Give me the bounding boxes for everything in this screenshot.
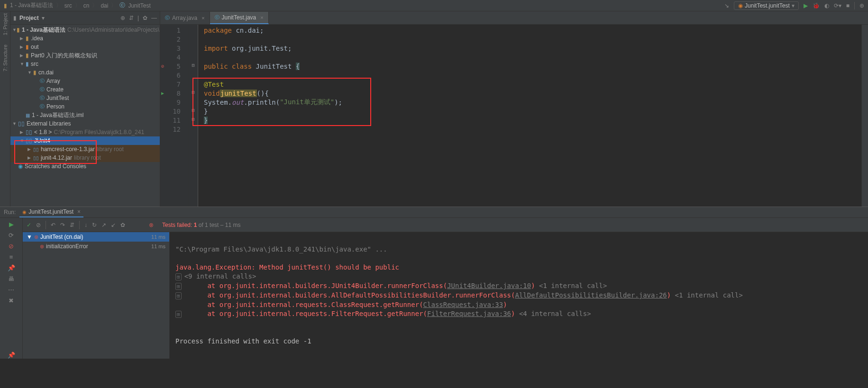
breadcrumb: ▮ 1 - Java基础语法 〉 src 〉 cn 〉 dai 〉 ⓒ Juni…: [4, 1, 151, 9]
settings-icon[interactable]: ✿: [143, 15, 147, 21]
run-button[interactable]: ▶: [804, 2, 808, 9]
tree-create[interactable]: ⓒCreate: [10, 85, 160, 94]
tree-extlib[interactable]: ▼▯▯External Libraries: [10, 119, 160, 128]
fold-icon[interactable]: ⊞: [175, 311, 182, 318]
console-output[interactable]: "C:\Program Files\Java\jdk1.8.0_241\bin\…: [170, 232, 868, 359]
test-tree-child[interactable]: ⊗initializationError 11 ms: [23, 242, 169, 251]
show-ignored-icon[interactable]: ⊘: [36, 222, 41, 228]
tree-part0[interactable]: ▶▮Part0 入门的先前概念知识: [10, 51, 160, 60]
line-gutter: 1 2 3 4 ⊘5 6 7 ▶8 9 10 11 12: [160, 25, 189, 207]
next-fail-icon[interactable]: ↷: [60, 222, 65, 228]
tree-iml[interactable]: ▦1 - Java基础语法.iml: [10, 111, 160, 119]
layout-button[interactable]: ≡: [9, 253, 13, 261]
collapse-all-icon[interactable]: ↙: [111, 222, 116, 228]
fold-gutter: ⊟ ⊟ ⊟ ⊟: [189, 25, 198, 207]
breadcrumb-class[interactable]: JunitTest: [128, 2, 150, 9]
dump-button[interactable]: 🖶: [8, 275, 14, 282]
tree-cndai[interactable]: ▼▮cn.dai: [10, 68, 160, 77]
tree-scratch[interactable]: ◉Scratches and Consoles: [10, 162, 160, 171]
stop-button[interactable]: ■: [846, 2, 850, 9]
run-left-toolbar: ▶ ⟳ ⊘ ≡ 📌 🖶 ⋯ ✖ 📌: [0, 218, 23, 359]
test-tree-root[interactable]: ▼⊗JunitTest (cn.dai) 11 ms: [23, 232, 169, 242]
settings-run-icon[interactable]: ✿: [120, 222, 125, 228]
run-label: Run:: [4, 209, 16, 216]
run-config-selector[interactable]: ◉ JunitTest.junitTest ▾: [734, 1, 799, 10]
test-result-tree[interactable]: ▼⊗JunitTest (cn.dai) 11 ms ⊗initializati…: [23, 232, 170, 359]
breadcrumb-project[interactable]: 1 - Java基础语法: [10, 1, 53, 9]
stop-run-button[interactable]: ⊘: [9, 243, 14, 250]
tab-array[interactable]: ⓒArray.java×: [160, 12, 210, 24]
debug-button[interactable]: 🐞: [813, 2, 820, 9]
fold-icon[interactable]: ⊞: [175, 292, 182, 299]
hide-icon[interactable]: —: [151, 15, 157, 21]
tree-root[interactable]: ▼▮ 1 - Java基础语法 C:\Users\Administrator\I…: [10, 26, 160, 34]
prev-fail-icon[interactable]: ↶: [51, 222, 55, 228]
tree-jdk[interactable]: ▶▯▯ < 1.8 > C:\Program Files\Java\jdk1.8…: [10, 128, 160, 136]
profile-button[interactable]: ⟳▾: [834, 2, 841, 9]
tree-junit[interactable]: ⓒJunitTest: [10, 94, 160, 102]
close-icon[interactable]: ×: [201, 15, 204, 21]
top-bar: ▮ 1 - Java基础语法 〉 src 〉 cn 〉 dai 〉 ⓒ Juni…: [0, 0, 868, 11]
run-tab[interactable]: ◉ JunitTest.junitTest ×: [19, 207, 83, 217]
structure-tool-tab[interactable]: 7: Structure: [2, 45, 8, 72]
sort-icon[interactable]: ⇵: [70, 222, 74, 228]
left-tool-strip: 1: Project 7: Structure: [0, 11, 10, 207]
tree-array[interactable]: ⓒArray: [10, 77, 160, 85]
tree-person[interactable]: ⓒPerson: [10, 102, 160, 111]
fold-icon[interactable]: ⊞: [175, 273, 182, 280]
stack-link[interactable]: FilterRequest.java:36: [427, 310, 511, 317]
toggle-auto-button[interactable]: ⟳: [9, 232, 14, 239]
run-tool-window: Run: ◉ JunitTest.junitTest × ▶ ⟳ ⊘ ≡ 📌 🖶…: [0, 207, 868, 349]
tree-hamcrest[interactable]: ▶▯▯ hamcrest-core-1.3.jar library root: [10, 145, 160, 153]
editor-scrollbar[interactable]: [861, 25, 868, 207]
editor-tabs: ⓒArray.java× ⓒJunitTest.java×: [160, 11, 868, 25]
fail-badge-icon: ⊗: [149, 222, 154, 228]
test-status: Tests failed: 1 of 1 test – 11 ms: [162, 222, 240, 228]
close-run-button[interactable]: ✖: [9, 297, 14, 304]
search-icon[interactable]: ⊕: [859, 2, 864, 9]
stack-link[interactable]: ClassRequest.java:33: [423, 301, 503, 308]
project-panel-title: Project: [19, 15, 39, 21]
editor-area: ⓒArray.java× ⓒJunitTest.java× 1 2 3 4 ⊘5…: [160, 11, 868, 207]
locate-icon[interactable]: ⊕: [120, 15, 125, 21]
tree-src[interactable]: ▼▮src: [10, 60, 160, 68]
close-icon[interactable]: ×: [260, 15, 263, 20]
error-gutter-icon[interactable]: ⊘: [161, 63, 164, 69]
project-tool-tab[interactable]: 1: Project: [2, 13, 8, 35]
breadcrumb-src[interactable]: src: [64, 2, 72, 9]
code-editor[interactable]: 1 2 3 4 ⊘5 6 7 ▶8 9 10 11 12 ⊟ ⊟ ⊟ ⊟: [160, 25, 868, 207]
tree-junitjar[interactable]: ▶▯▯ junit-4.12.jar library root: [10, 153, 160, 162]
build-icon[interactable]: ↘: [724, 2, 729, 9]
coverage-button[interactable]: ◐: [824, 2, 829, 9]
rerun-button[interactable]: ▶: [9, 221, 14, 228]
tree-idea[interactable]: ▶▮.idea: [10, 34, 160, 43]
project-tool-window: ▮ Project ▾ ⊕ ⇵ | ✿ — ▼▮ 1 - Java基础语法 C:…: [10, 11, 160, 207]
pin-button[interactable]: 📌: [8, 264, 15, 271]
pin2-button[interactable]: 📌: [8, 352, 15, 359]
fold-icon[interactable]: ⊞: [175, 283, 182, 290]
export-icon[interactable]: ↓: [84, 222, 87, 228]
more-button[interactable]: ⋯: [8, 286, 14, 293]
expand-all-icon[interactable]: ↗: [101, 222, 106, 228]
import-icon[interactable]: ↻: [92, 222, 97, 228]
stack-link[interactable]: JUnit4Builder.java:10: [447, 282, 531, 289]
breadcrumb-dai[interactable]: dai: [101, 2, 108, 9]
tree-junit4[interactable]: ▼▯▯JUnit4: [10, 136, 160, 145]
project-tree[interactable]: ▼▮ 1 - Java基础语法 C:\Users\Administrator\I…: [10, 25, 160, 207]
run-gutter-icon[interactable]: ▶: [161, 90, 164, 96]
expand-icon[interactable]: ⇵: [129, 15, 134, 21]
tree-out[interactable]: ▶▮out: [10, 43, 160, 51]
stack-link[interactable]: AllDefaultPossibilitiesBuilder.java:26: [515, 291, 667, 299]
run-config-label: JunitTest.junitTest: [745, 2, 790, 9]
breadcrumb-cn[interactable]: cn: [83, 2, 90, 9]
show-passed-icon[interactable]: ✓: [27, 222, 31, 228]
tab-junittest[interactable]: ⓒJunitTest.java×: [210, 12, 269, 24]
